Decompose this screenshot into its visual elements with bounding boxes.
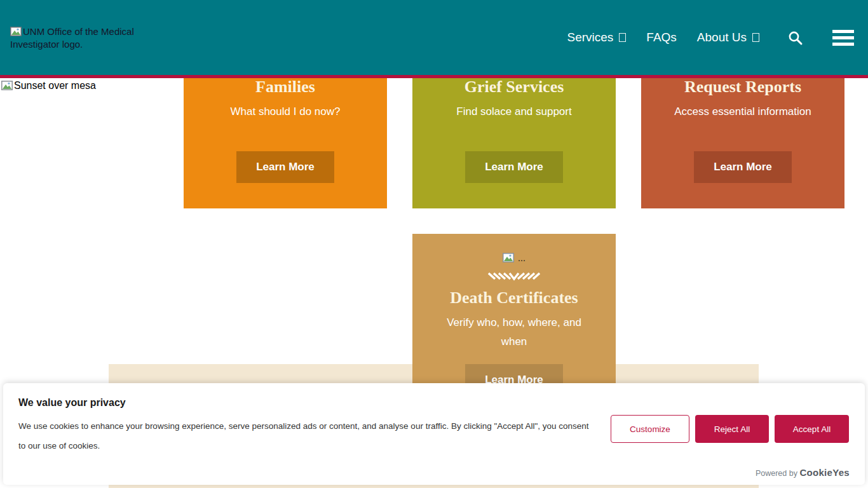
card-request-reports: Request Reports Access essential informa… xyxy=(641,78,844,208)
broken-image-icon xyxy=(10,27,22,36)
chevron-divider-icon xyxy=(488,271,540,281)
broken-image-icon xyxy=(503,253,514,262)
page: Sunset over mesa Families What should I … xyxy=(0,0,868,488)
hamburger-menu-icon[interactable] xyxy=(832,30,854,46)
hero-image-broken: Sunset over mesa xyxy=(1,80,96,92)
card-grief-subtitle: Find solace and support xyxy=(412,102,616,121)
nav-item-faqs[interactable]: FAQs xyxy=(646,30,677,44)
cookie-banner-title: We value your privacy xyxy=(18,397,850,409)
nav-item-services[interactable]: Services xyxy=(567,30,626,44)
customize-button[interactable]: Customize xyxy=(611,415,689,443)
cookie-consent-banner: We value your privacy We use cookies to … xyxy=(3,383,865,485)
site-header: UNM Office of the Medical Investigator l… xyxy=(0,0,868,75)
nav-services-label: Services xyxy=(567,30,613,44)
card-grief-learn-more-button[interactable]: Learn More xyxy=(465,151,563,183)
card-reports-learn-more-button[interactable]: Learn More xyxy=(694,151,792,183)
reject-all-button[interactable]: Reject All xyxy=(695,415,769,443)
card-families-title: Families xyxy=(184,78,387,97)
hero-image-alt-text: Sunset over mesa xyxy=(14,80,96,91)
cookieyes-logo: CookieYes xyxy=(799,467,850,478)
card-death-broken-image: ... xyxy=(412,253,616,263)
powered-by-prefix: Powered by xyxy=(756,469,797,478)
card-families-subtitle: What should I do now? xyxy=(184,102,387,121)
search-icon[interactable] xyxy=(787,30,803,46)
card-families-learn-more-button[interactable]: Learn More xyxy=(236,151,334,183)
card-reports-subtitle: Access essential information xyxy=(641,102,844,121)
dropdown-placeholder-icon xyxy=(752,33,759,42)
main-nav: Services FAQs About Us xyxy=(567,0,854,75)
card-grief-services: Grief Services Find solace and support L… xyxy=(412,78,616,208)
dropdown-placeholder-icon xyxy=(619,33,626,42)
card-reports-title: Request Reports xyxy=(641,78,844,97)
cookie-banner-actions: Customize Reject All Accept All xyxy=(611,415,849,443)
accept-all-button[interactable]: Accept All xyxy=(775,415,849,443)
nav-faqs-label: FAQs xyxy=(646,30,677,44)
card-death-subtitle: Verify who, how, where, and when xyxy=(412,313,616,351)
card-grief-title: Grief Services xyxy=(412,78,616,97)
site-logo-alt-text: UNM Office of the Medical Investigator l… xyxy=(10,26,134,50)
card-families: Families What should I do now? Learn Mor… xyxy=(184,78,387,208)
card-death-title: Death Certificates xyxy=(412,289,616,308)
nav-about-label: About Us xyxy=(697,30,747,44)
card-death-icon-alt-text: ... xyxy=(518,253,526,263)
site-logo-broken[interactable]: UNM Office of the Medical Investigator l… xyxy=(10,25,163,51)
nav-item-about-us[interactable]: About Us xyxy=(697,30,759,44)
header-accent-strip xyxy=(0,75,868,78)
powered-by[interactable]: Powered by CookieYes xyxy=(756,467,850,478)
broken-image-icon xyxy=(1,81,13,90)
cookie-banner-message: We use cookies to enhance your browsing … xyxy=(18,417,593,456)
